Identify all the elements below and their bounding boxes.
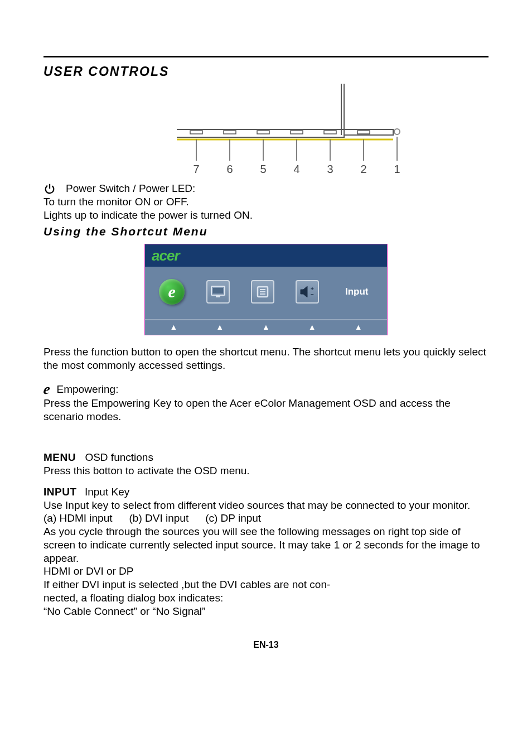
input-line4: If either DVI input is selected ,but the… (43, 578, 489, 591)
power-title: Power Switch / Power LED: (66, 182, 195, 195)
svg-rect-8 (324, 131, 336, 134)
input-tag: INPUT (43, 486, 77, 498)
arrow-up-icon: ▲ (308, 322, 316, 331)
svg-text:−: − (311, 291, 314, 297)
power-switch-row: Power Switch / Power LED: (43, 182, 489, 195)
input-icon: Input (341, 279, 373, 305)
svg-text:3: 3 (327, 163, 333, 175)
svg-point-3 (394, 129, 400, 134)
svg-rect-7 (291, 131, 303, 134)
empowering-title: Empowering: (57, 383, 119, 396)
acer-logo: acer (152, 247, 180, 264)
svg-text:2: 2 (360, 163, 366, 175)
svg-rect-4 (190, 131, 202, 134)
page-container: USER CONTROLS (0, 0, 532, 683)
input-line2: As you cycle through the sources you wil… (43, 525, 489, 565)
osdfunc-section: MENU OSD functions Press this botton to … (43, 451, 489, 478)
menu-tag: MENU (43, 451, 76, 463)
power-line1: To turn the monitor ON or OFF. (43, 195, 489, 209)
top-rule (43, 56, 489, 57)
svg-text:6: 6 (226, 163, 233, 175)
svg-text:7: 7 (193, 163, 199, 175)
osd-figure: acer e +− Input ▲ ▲ ▲ ▲ ▲ (43, 244, 489, 335)
menu-icon (251, 280, 274, 304)
empowering-body: Press the Empowering Key to open the Ace… (43, 397, 489, 423)
empowering-e-icon: e (42, 382, 51, 397)
osdfunc-body: Press this botton to activate the OSD me… (43, 464, 489, 478)
section-title: USER CONTROLS (43, 64, 489, 79)
power-line2: Lights up to indicate the power is turne… (43, 209, 489, 222)
input-opt-c: (c) DP input (205, 512, 261, 525)
arrow-up-icon: ▲ (170, 322, 177, 331)
input-line3: HDMI or DVI or DP (43, 565, 489, 578)
input-line5: nected, a floating dialog box indicates: (43, 591, 489, 605)
input-opt-b: (b) DVI input (129, 512, 189, 525)
input-opt-a: (a) HDMI input (43, 512, 113, 525)
svg-rect-9 (357, 131, 370, 134)
svg-text:1: 1 (394, 163, 400, 175)
power-icon (43, 182, 56, 195)
input-line1: Use Input key to select from different v… (43, 499, 489, 512)
input-section: INPUT Input Key Use Input key to select … (43, 485, 489, 618)
svg-marker-34 (301, 286, 307, 297)
svg-text:5: 5 (260, 163, 266, 175)
svg-text:4: 4 (293, 163, 299, 175)
empowering-section: e Empowering: Press the Empowering Key t… (43, 382, 489, 423)
volume-icon: +− (296, 280, 319, 304)
screen-icon (206, 280, 230, 304)
arrow-up-icon: ▲ (355, 322, 362, 331)
osd-arrow-row: ▲ ▲ ▲ ▲ ▲ (145, 319, 387, 335)
input-line6: “No Cable Connect” or “No Signal” (43, 605, 489, 618)
empowering-icon: e (159, 279, 185, 305)
page-footer: EN-13 (43, 640, 489, 650)
arrow-up-icon: ▲ (216, 322, 224, 331)
shortcut-intro: Press the function button to open the sh… (43, 345, 489, 372)
osdfunc-title: OSD functions (85, 451, 153, 463)
svg-rect-5 (224, 131, 236, 134)
osd-box: acer e +− Input ▲ ▲ ▲ ▲ ▲ (144, 244, 388, 335)
svg-rect-28 (213, 288, 223, 293)
svg-rect-29 (216, 296, 220, 297)
monitor-buttons-diagram: 7 6 5 4 3 2 1 (43, 84, 489, 179)
input-options: (a) HDMI input (b) DVI input (c) DP inpu… (43, 512, 489, 525)
osd-header: acer (145, 244, 387, 267)
input-title: Input Key (85, 486, 129, 498)
svg-rect-6 (257, 131, 269, 134)
osd-icon-row: e +− Input (145, 267, 387, 319)
shortcut-heading: Using the Shortcut Menu (43, 225, 489, 238)
arrow-up-icon: ▲ (262, 322, 270, 331)
